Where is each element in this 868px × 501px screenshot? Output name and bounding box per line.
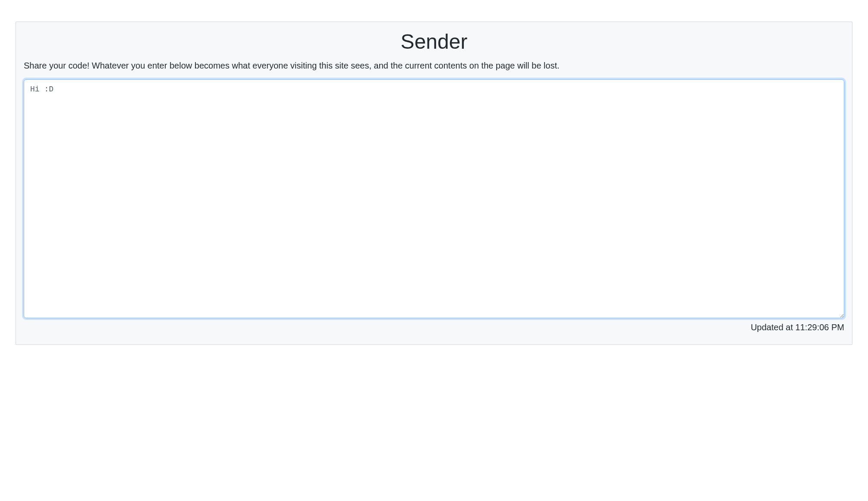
textarea-wrapper [24,79,844,320]
sender-panel: Sender Share your code! Whatever you ent… [16,22,852,345]
page-description: Share your code! Whatever you enter belo… [24,59,844,72]
updated-timestamp: Updated at 11:29:06 PM [24,323,844,332]
page-title: Sender [24,30,844,53]
code-input[interactable] [24,79,844,318]
